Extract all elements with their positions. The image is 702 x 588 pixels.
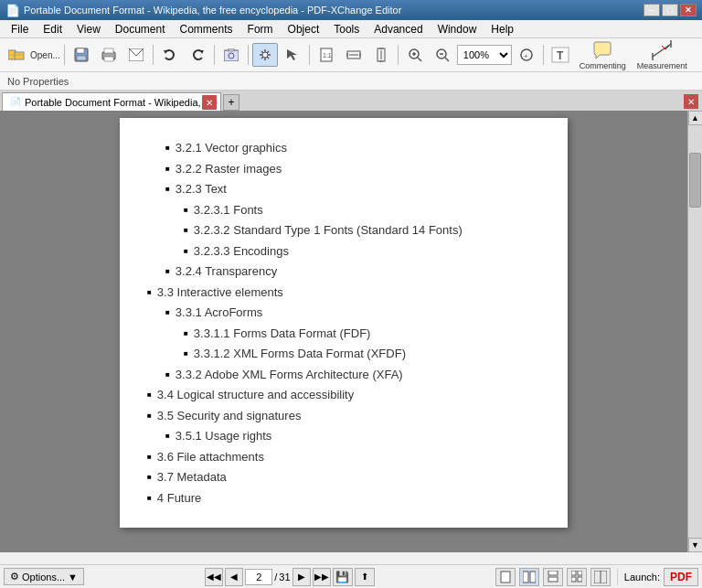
main-area: ■3.2.1 Vector graphics■3.2.2 Raster imag… [0,111,702,552]
menu-help[interactable]: Help [484,20,521,37]
redo-button[interactable] [185,43,210,67]
next-page-button[interactable]: ▶ [292,568,311,586]
list-item: ■4 Future [147,489,540,508]
email-button[interactable] [123,43,149,67]
toc-link[interactable]: 3.2.3 Text [176,180,227,198]
maximize-button[interactable]: □ [662,4,678,16]
two-page-view-button[interactable] [519,568,539,586]
split-view-button[interactable] [590,568,611,586]
svg-marker-9 [164,50,167,54]
toc-link[interactable]: 3.2.3.3 Encodings [194,242,289,261]
toc-link[interactable]: 3.3.1.2 XML Forms Data Format (XFDF) [194,345,406,363]
toc-link[interactable]: 3.2.3.1 Fonts [194,201,263,219]
toc-link[interactable]: 3.4 Logical structure and accessibility [157,386,354,404]
menu-comments[interactable]: Comments [173,20,240,37]
options-button[interactable]: ⚙ Options... ▼ [4,568,84,585]
toc-link[interactable]: 3.6 File attachments [157,448,264,466]
close-window-button[interactable]: ✕ [680,4,697,16]
bullet-icon: ■ [147,390,152,401]
menu-tools[interactable]: Tools [326,20,367,37]
list-item: ■3.5.1 Usage rights [147,427,540,445]
fit-height-button[interactable] [368,43,394,67]
fit-page-button[interactable]: 1:1 [314,43,339,67]
toc-link[interactable]: 3.2.4 Transparency [176,262,277,281]
tab-favicon: 📄 [10,97,21,107]
zoom-select[interactable]: 100% 75% 50% 150% 200% [457,45,512,65]
toc-link[interactable]: 3.3.1 AcroForms [176,304,262,322]
toc-link[interactable]: 3.7 Metadata [157,468,227,486]
measurement-label: Measurement [637,61,687,70]
screenshot-button[interactable] [218,43,244,67]
list-item: ■3.2.3.1 Fonts [147,201,540,219]
measurement-tool-group[interactable]: Measurement [633,38,692,72]
continuous-view-button[interactable] [543,568,563,586]
page-number-input[interactable] [245,569,272,585]
toc-link[interactable]: 3.2.3.2 Standard Type 1 Fonts (Standard … [194,221,463,240]
page-separator: / [274,572,277,583]
list-item: ■3.2.1 Vector graphics [147,139,540,157]
toc-link[interactable]: 4 Future [157,489,201,508]
status-separator [617,569,618,585]
list-item: ■3.3.2 Adobe XML Forms Architecture (XFA… [147,366,540,384]
launch-pdf-button[interactable]: PDF [664,568,698,586]
print-button[interactable] [96,43,122,67]
list-item: ■3.3.1.2 XML Forms Data Format (XFDF) [147,345,540,363]
toc-link[interactable]: 3.3.2 Adobe XML Forms Architecture (XFA) [176,366,403,384]
undo-button[interactable] [157,43,183,67]
vertical-scrollbar[interactable]: ▲ ▼ [687,111,702,552]
svg-rect-6 [104,48,113,53]
scroll-track[interactable] [688,125,702,538]
pan-button[interactable] [252,43,278,67]
app-icon: 📄 [5,4,20,17]
scroll-down-button[interactable]: ▼ [688,538,703,552]
zoom-out-button[interactable] [430,43,455,67]
bullet-icon: ■ [165,164,170,175]
menu-file[interactable]: File [4,20,36,37]
toc-link[interactable]: 3.2.1 Vector graphics [176,139,287,157]
menubar: File Edit View Document Comments Form Ob… [0,20,702,38]
save-button[interactable] [69,43,94,67]
save-page-button[interactable]: 💾 [333,568,353,586]
active-tab[interactable]: 📄 Portable Document Format - Wikipedia, … [2,92,221,111]
first-page-button[interactable]: ◀◀ [205,568,223,586]
menu-object[interactable]: Object [281,20,327,37]
bullet-icon: ■ [184,225,188,236]
minimize-button[interactable]: ─ [644,4,660,16]
select-button[interactable] [280,43,305,67]
list-item: ■3.2.2 Raster images [147,160,540,178]
text-tool-button[interactable]: T [548,43,573,67]
zoom-reset-button[interactable]: + [514,43,539,67]
commenting-tool-group[interactable]: Commenting [575,38,631,72]
scroll-up-button[interactable]: ▲ [688,111,703,125]
list-item: ■3.2.3.2 Standard Type 1 Fonts (Standard… [147,221,540,240]
toc-link[interactable]: 3.3 Interactive elements [157,283,283,302]
prev-page-button[interactable]: ◀ [225,568,243,586]
menu-window[interactable]: Window [431,20,484,37]
fit-width-button[interactable] [341,43,367,67]
svg-rect-29 [523,572,528,583]
svg-rect-33 [571,571,576,575]
menu-edit[interactable]: Edit [36,20,69,37]
menu-document[interactable]: Document [108,20,173,37]
toc-link[interactable]: 3.5 Security and signatures [157,407,302,425]
menu-view[interactable]: View [69,20,108,37]
tab-close-button[interactable]: ✕ [202,95,217,110]
last-page-button[interactable]: ▶▶ [313,568,331,586]
scroll-thumb[interactable] [689,153,701,208]
single-page-view-button[interactable] [495,568,516,586]
close-tab-area-button[interactable]: ✕ [684,94,698,109]
toc-content: ■3.2.1 Vector graphics■3.2.2 Raster imag… [147,139,540,507]
upload-button[interactable]: ⬆ [355,568,375,586]
add-tab-button[interactable]: + [223,94,239,111]
toc-link[interactable]: 3.5.1 Usage rights [176,427,272,445]
svg-rect-7 [104,57,113,61]
sep2 [153,45,154,65]
zoom-in-button[interactable] [402,43,428,67]
toc-link[interactable]: 3.3.1.1 Forms Data Format (FDF) [194,325,371,343]
grid-view-button[interactable] [567,568,587,586]
document-page: ■3.2.1 Vector graphics■3.2.2 Raster imag… [120,118,568,528]
toc-link[interactable]: 3.2.2 Raster images [176,160,282,178]
menu-advanced[interactable]: Advanced [367,20,430,37]
menu-form[interactable]: Form [240,20,281,37]
open-button[interactable] [4,43,29,67]
